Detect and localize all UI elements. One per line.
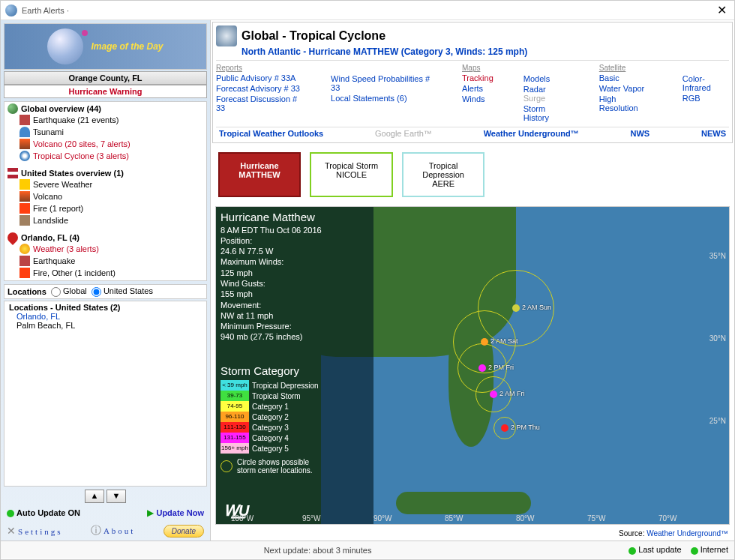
window-title: Earth Alerts ·: [22, 6, 714, 15]
us-flag-icon: [8, 168, 18, 178]
overview-item[interactable]: Weather (3 alerts): [8, 243, 203, 255]
map-link[interactable]: Storm History: [524, 104, 569, 122]
locations-label: Locations: [8, 287, 46, 296]
warning-banner: Hurricane Warning: [4, 85, 207, 98]
locations-list-header: Locations - United States (2): [9, 303, 202, 312]
image-of-day-label: Image of the Day: [91, 41, 163, 52]
map-link-tracking[interactable]: Tracking: [462, 73, 494, 82]
overview-item[interactable]: Severe Weather: [8, 178, 203, 190]
storm-tab[interactable]: TropicalDepressionAERE: [402, 152, 484, 197]
report-link[interactable]: Wind Speed Probabilities # 33: [331, 74, 432, 92]
report-link[interactable]: Forecast Advisory # 33: [216, 84, 301, 93]
report-link[interactable]: Public Advisory # 33A: [216, 73, 301, 82]
global-overview: Global overview (44) Earthquake (21 even…: [4, 101, 207, 281]
google-earth-link: Google Earth™: [375, 129, 432, 138]
item-icon: [20, 203, 30, 214]
storm-tab[interactable]: Tropical StormNICOLE: [310, 152, 393, 197]
image-of-day-panel[interactable]: Image of the Day: [4, 23, 207, 70]
overview-item[interactable]: Earthquake (21 events): [8, 114, 203, 126]
item-icon: [20, 139, 30, 149]
storm-tab[interactable]: HurricaneMATTHEW: [218, 152, 301, 197]
satellite-header: Satellite: [599, 64, 652, 72]
content-title: Global - Tropical Cyclone: [242, 29, 386, 43]
location-item[interactable]: Orlando, FL: [9, 312, 202, 321]
reports-header: Reports: [216, 64, 301, 72]
storm-info-panel: Hurricane Matthew 8 AM EDT Thu Oct 06 20…: [220, 210, 322, 343]
status-bar: Next update: about 3 minutes Last update…: [1, 541, 734, 559]
content-header: Global - Tropical Cyclone North Atlantic…: [212, 22, 733, 143]
item-icon: [20, 256, 30, 266]
locations-toggle: Locations Global United States: [4, 284, 207, 299]
donate-button[interactable]: Donate: [164, 525, 204, 538]
overview-item[interactable]: Earthquake: [8, 255, 203, 267]
map-link[interactable]: Radar: [524, 85, 546, 94]
nws-link[interactable]: NWS: [630, 129, 650, 138]
item-icon: [20, 151, 30, 161]
location-header: Orange County, FL: [4, 71, 207, 85]
satellite-link[interactable]: Basic: [599, 73, 652, 82]
globe-icon: [47, 28, 83, 64]
satellite-link[interactable]: Water Vapor: [599, 84, 652, 93]
sidebar: Image of the Day Orange County, FL Hurri…: [1, 20, 211, 541]
app-icon: [5, 4, 17, 16]
report-link[interactable]: Local Statements (6): [331, 94, 432, 103]
info-icon: ⓘ: [91, 524, 101, 536]
item-icon: [20, 268, 30, 278]
radio-global[interactable]: Global: [51, 286, 87, 297]
overview-item[interactable]: Volcano: [8, 190, 203, 202]
satellite-link[interactable]: RGB: [682, 94, 729, 103]
next-update-label: Next update: about 3 minutes: [7, 546, 628, 555]
gear-icon: ✕: [7, 525, 16, 537]
overview-item[interactable]: Fire, Other (1 incident): [8, 267, 203, 279]
satellite-link[interactable]: High Resolution: [599, 94, 652, 112]
item-icon: [20, 215, 30, 226]
location-item[interactable]: Palm Beach, FL: [9, 321, 202, 330]
settings-link[interactable]: Settings: [18, 527, 62, 536]
cyclone-icon: [216, 25, 237, 46]
item-icon: [20, 179, 30, 190]
down-button[interactable]: ▼: [106, 490, 126, 503]
storm-map[interactable]: Hurricane Matthew 8 AM EDT Thu Oct 06 20…: [215, 206, 730, 525]
overview-item[interactable]: Tropical Cyclone (3 alerts): [8, 150, 203, 162]
titlebar: Earth Alerts · ✕: [1, 1, 734, 20]
item-icon: [20, 115, 30, 125]
item-icon: [20, 127, 30, 137]
orlando-header: Orlando, FL (4): [21, 233, 80, 242]
source-link[interactable]: Weather Underground™: [646, 529, 728, 538]
storm-category-legend: Storm Category < 39 mphTropical Depressi…: [220, 364, 319, 475]
overview-item[interactable]: Landslide: [8, 214, 203, 226]
source-attribution: Source: Weather Underground™: [212, 528, 733, 539]
maps-header: Maps: [462, 64, 494, 72]
auto-update-status[interactable]: Auto Update ON: [7, 508, 80, 517]
overview-item[interactable]: Tsunami: [8, 126, 203, 138]
map-link[interactable]: Winds: [462, 94, 494, 103]
news-link[interactable]: NEWS: [701, 129, 726, 138]
up-button[interactable]: ▲: [85, 490, 104, 503]
satellite-link[interactable]: Color-Infrared: [682, 74, 729, 92]
about-link[interactable]: About: [104, 526, 136, 535]
item-icon: [20, 244, 30, 254]
locations-list: Locations - United States (2) Orlando, F…: [4, 301, 207, 487]
overview-item[interactable]: Volcano (20 sites, 7 alerts): [8, 138, 203, 150]
content-panel: Global - Tropical Cyclone North Atlantic…: [211, 20, 734, 541]
global-overview-header: Global overview (44): [21, 104, 101, 113]
radio-us[interactable]: United States: [92, 286, 153, 297]
item-icon: [20, 191, 30, 202]
wu-link[interactable]: Weather Underground™: [484, 129, 579, 138]
us-overview-header: United States overview (1): [21, 169, 124, 178]
map-link-disabled: Surge: [524, 94, 545, 103]
content-subtitle: North Atlantic - Hurricane MATTHEW (Cate…: [242, 46, 729, 57]
last-update-status: Last update: [628, 545, 682, 554]
close-button[interactable]: ✕: [714, 3, 730, 17]
update-now-button[interactable]: ▶ Update Now: [147, 508, 204, 518]
map-link[interactable]: Models: [524, 74, 569, 83]
internet-status: Internet: [691, 545, 728, 554]
outlooks-link[interactable]: Tropical Weather Outlooks: [219, 129, 323, 138]
report-link[interactable]: Forecast Discussion # 33: [216, 94, 301, 112]
globe-icon: [8, 103, 18, 114]
overview-item[interactable]: Fire (1 report): [8, 202, 203, 214]
map-link[interactable]: Alerts: [462, 84, 494, 93]
